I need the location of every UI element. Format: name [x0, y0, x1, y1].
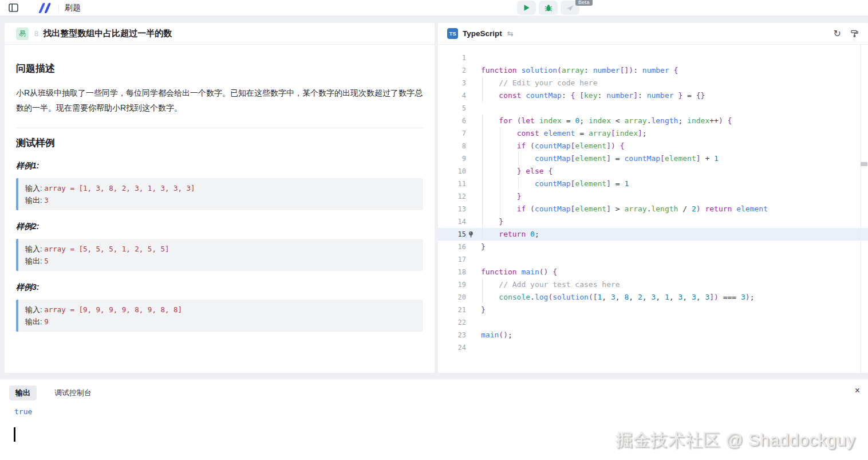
typescript-badge-icon: TS: [447, 28, 458, 39]
debug-button[interactable]: [539, 1, 558, 15]
line-number: 12: [438, 190, 466, 203]
close-icon[interactable]: ×: [855, 386, 860, 395]
code-line[interactable]: 4 const countMap: { [key: number]: numbe…: [438, 89, 868, 102]
line-number: 24: [438, 341, 466, 354]
code-line[interactable]: 19 // Add your test cases here: [438, 278, 868, 291]
output-code: 3: [44, 196, 49, 205]
input-label: 输入:: [25, 245, 42, 253]
description-heading: 问题描述: [16, 62, 423, 75]
line-number: 4: [438, 89, 466, 102]
input-code: array = [5, 5, 5, 1, 2, 5, 5]: [44, 245, 169, 253]
problem-id: 8: [34, 29, 38, 38]
format-code-button[interactable]: [850, 29, 859, 38]
output-label: 输出:: [25, 196, 42, 205]
brand-label: 刷题: [65, 3, 81, 13]
console-body: true: [0, 400, 868, 416]
problem-header: 易 8 找出整型数组中占比超过一半的数: [5, 23, 435, 45]
lightbulb-icon[interactable]: [467, 230, 475, 241]
code-line[interactable]: 17: [438, 253, 868, 266]
line-number: 17: [438, 253, 466, 266]
problem-title: 找出整型数组中占比超过一半的数: [43, 28, 172, 39]
code-line[interactable]: 13 if (countMap[element] > array.length …: [438, 203, 868, 215]
code-line[interactable]: 3 // Edit your code here: [438, 77, 868, 89]
format-icon: [850, 29, 859, 38]
code-line[interactable]: 16}: [438, 241, 868, 253]
marscode-logo[interactable]: [34, 2, 54, 14]
code-editor[interactable]: 12function solution(array: number[]): nu…: [438, 45, 868, 373]
output-code: 9: [44, 317, 49, 326]
line-number: 1: [438, 52, 466, 64]
code-line[interactable]: 20 console.log(solution([1, 3, 8, 2, 3, …: [438, 291, 868, 304]
text-caret: [14, 427, 15, 442]
console-panel: 输出 调试控制台 × true 掘金技术社区 @ Shaddockguy: [0, 379, 868, 460]
code-line[interactable]: 5: [438, 102, 868, 115]
line-number: 19: [438, 278, 466, 291]
sample-2-label: 样例2:: [16, 222, 423, 232]
tab-debug-console[interactable]: 调试控制台: [48, 386, 98, 400]
code-lines: 12function solution(array: number[]): nu…: [438, 52, 868, 354]
sidebar-toggle-icon[interactable]: [7, 2, 19, 14]
line-number: 3: [438, 77, 466, 89]
sample-3-label: 样例3:: [16, 282, 423, 293]
code-line[interactable]: 10 } else {: [438, 165, 868, 178]
difficulty-badge: 易: [16, 27, 29, 40]
sample-3-block: 输入: array = [9, 9, 9, 9, 8, 9, 8, 8] 输出:…: [16, 300, 423, 332]
console-output-text: true: [14, 407, 868, 416]
line-number: 9: [438, 152, 466, 165]
code-line[interactable]: 22: [438, 316, 868, 329]
code-line[interactable]: 23main();: [438, 329, 868, 341]
refresh-icon: ↻: [834, 29, 841, 38]
line-number: 11: [438, 178, 466, 190]
console-tabs: 输出 调试控制台: [0, 379, 868, 400]
input-code: array = [9, 9, 9, 9, 8, 9, 8, 8]: [44, 305, 182, 314]
divider: [16, 128, 423, 128]
submit-button[interactable]: Beta: [561, 1, 579, 15]
code-line[interactable]: 11 countMap[element] = 1: [438, 178, 868, 190]
output-label: 输出:: [25, 257, 42, 265]
sample-1-block: 输入: array = [1, 3, 8, 2, 3, 1, 3, 3, 3] …: [16, 178, 423, 210]
code-line[interactable]: 21}: [438, 304, 868, 316]
line-number: 5: [438, 102, 466, 115]
input-label: 输入:: [25, 184, 42, 192]
line-number: 7: [438, 127, 466, 140]
run-button[interactable]: [517, 1, 536, 15]
editor-panel: TS TypeScript ⇆ ↻ 12function solution(ar…: [438, 23, 868, 373]
code-line[interactable]: 6 for (let index = 0; index < array.leng…: [438, 115, 868, 127]
line-number: 23: [438, 329, 466, 341]
code-line[interactable]: 24: [438, 341, 868, 354]
code-line[interactable]: 14 }: [438, 215, 868, 228]
run-actions: Beta: [517, 1, 579, 15]
samples-heading: 测试样例: [16, 136, 423, 150]
bug-icon: [545, 4, 553, 12]
code-line[interactable]: 12 }: [438, 190, 868, 203]
switch-language-icon[interactable]: ⇆: [507, 29, 514, 38]
code-line[interactable]: 18function main() {: [438, 266, 868, 278]
description-text: 小R从班级中抽取了一些同学，每位同学都会给出一个数字。已知在这些数字中，某个数字…: [16, 85, 423, 115]
scrollbar-thumb[interactable]: [861, 162, 867, 166]
topbar: 刷题 Beta: [0, 0, 868, 15]
line-number: 14: [438, 215, 466, 228]
line-number: 20: [438, 291, 466, 304]
sample-1-label: 样例1:: [16, 161, 423, 171]
beta-badge: Beta: [575, 0, 593, 6]
line-number: 8: [438, 140, 466, 152]
tab-output[interactable]: 输出: [9, 386, 37, 400]
code-line[interactable]: 1: [438, 52, 868, 64]
code-line[interactable]: 15 return 0;: [438, 228, 868, 241]
code-line[interactable]: 9 countMap[element] = countMap[element] …: [438, 152, 868, 165]
input-label: 输入:: [25, 305, 42, 314]
editor-scrollbar[interactable]: [861, 45, 868, 373]
code-line[interactable]: 7 const element = array[index];: [438, 127, 868, 140]
play-icon: [523, 4, 530, 11]
code-line[interactable]: 8 if (countMap[element]) {: [438, 140, 868, 152]
problem-body: 问题描述 小R从班级中抽取了一些同学，每位同学都会给出一个数字。已知在这些数字中…: [5, 45, 435, 344]
line-number: 15: [438, 228, 466, 241]
line-number: 21: [438, 304, 466, 316]
editor-header: TS TypeScript ⇆ ↻: [438, 23, 868, 45]
line-number: 18: [438, 266, 466, 278]
line-number: 6: [438, 115, 466, 127]
reset-code-button[interactable]: ↻: [834, 29, 841, 38]
code-line[interactable]: 2function solution(array: number[]): num…: [438, 64, 868, 77]
line-number: 16: [438, 241, 466, 253]
output-code: 5: [44, 257, 49, 265]
